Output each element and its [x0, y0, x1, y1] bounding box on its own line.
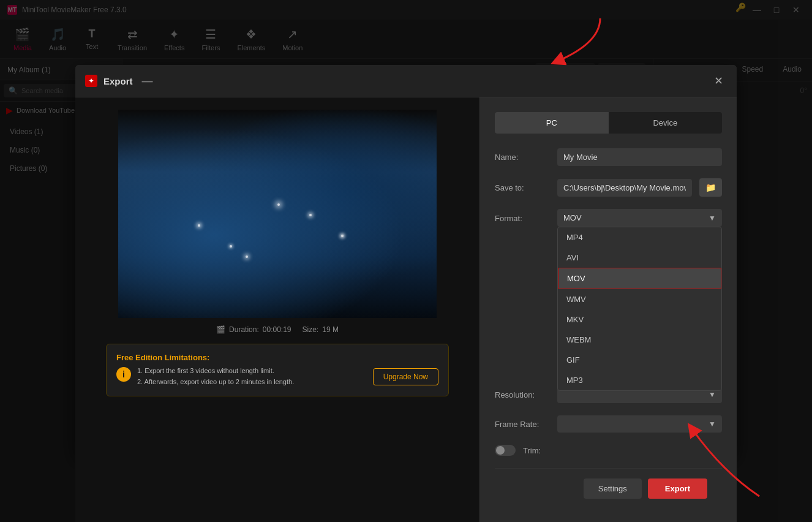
modal-icon: ✦	[85, 75, 97, 87]
resolution-label: Resolution:	[495, 390, 550, 399]
duration-value: 00:00:19	[263, 325, 291, 334]
trim-label: Trim:	[523, 446, 541, 455]
settings-button[interactable]: Settings	[584, 478, 642, 499]
format-option-mp4[interactable]: MP4	[558, 227, 721, 248]
tab-device[interactable]: Device	[609, 112, 723, 134]
trim-toggle-knob	[496, 446, 505, 455]
format-option-mkv[interactable]: MKV	[558, 309, 721, 330]
save-to-label: Save to:	[495, 183, 550, 192]
sparkle-6	[230, 245, 232, 248]
format-label: Format:	[495, 214, 550, 223]
info-icon: i	[116, 367, 131, 382]
format-dropdown-wrapper: MOV ▼ MP4 AVI MOV WMV MKV WEBM GIF MP3	[557, 209, 722, 227]
pc-device-tabs: PC Device	[495, 112, 722, 134]
sparkle-3	[341, 235, 344, 237]
name-row: Name:	[495, 148, 722, 166]
format-row: Format: MOV ▼ MP4 AVI MOV WMV MKV WEBM	[495, 209, 722, 227]
modal-body: 🎬 Duration: 00:00:19 Size: 19 M Free Edi…	[75, 97, 737, 522]
video-water-overlay	[118, 110, 437, 318]
duration-info: 🎬 Duration: 00:00:19 Size: 19 M	[216, 325, 339, 334]
folder-browse-button[interactable]: 📁	[699, 178, 722, 197]
free-edition-lines: 1. Export the first 3 videos without len…	[137, 366, 294, 387]
trim-row: Trim:	[495, 445, 722, 456]
modal-header: ✦ Export — ✕	[75, 65, 737, 97]
film-icon: 🎬	[216, 325, 225, 334]
tab-pc[interactable]: PC	[495, 112, 609, 134]
export-modal: ✦ Export — ✕	[75, 65, 737, 457]
size-label: Size:	[303, 325, 319, 334]
trim-toggle[interactable]	[495, 445, 516, 456]
format-option-gif[interactable]: GIF	[558, 350, 721, 370]
free-edition-title: Free Edition Limitations:	[116, 353, 438, 362]
frame-rate-dropdown: ▼	[557, 415, 722, 433]
frame-rate-row: Frame Rate: ▼	[495, 415, 722, 433]
frame-rate-arrow: ▼	[709, 420, 716, 428]
sparkle-5	[309, 214, 312, 216]
frame-rate-select[interactable]: ▼	[557, 415, 722, 433]
modal-video-preview	[118, 110, 437, 318]
format-option-mov[interactable]: MOV	[558, 268, 721, 289]
format-option-webm[interactable]: WEBM	[558, 330, 721, 350]
modal-footer: Settings Export	[495, 468, 722, 509]
free-edition-line1: 1. Export the first 3 videos without len…	[137, 366, 294, 377]
name-input[interactable]	[557, 148, 722, 166]
format-option-wmv[interactable]: WMV	[558, 289, 721, 309]
free-edition-info: i 1. Export the first 3 videos without l…	[116, 366, 438, 387]
modal-preview-panel: 🎬 Duration: 00:00:19 Size: 19 M Free Edi…	[75, 97, 479, 522]
modal-settings-panel: PC Device Name: Save to: 📁 Format:	[479, 97, 737, 522]
free-edition-line2: 2. Afterwards, export video up to 2 minu…	[137, 377, 294, 388]
modal-overlay: ✦ Export — ✕	[0, 0, 812, 522]
modal-minimize-button[interactable]: —	[139, 72, 156, 89]
size-value: 19 M	[322, 325, 339, 334]
export-button[interactable]: Export	[648, 478, 707, 499]
duration-label: Duration:	[229, 325, 259, 334]
upgrade-button[interactable]: Upgrade Now	[373, 368, 438, 385]
frame-rate-label: Frame Rate:	[495, 420, 550, 429]
name-label: Name:	[495, 153, 550, 162]
modal-title: Export	[103, 76, 133, 86]
format-option-mp3[interactable]: MP3	[558, 370, 721, 390]
format-option-avi[interactable]: AVI	[558, 248, 721, 268]
modal-close-button[interactable]: ✕	[710, 72, 727, 89]
resolution-arrow: ▼	[709, 390, 716, 399]
sparkle-4	[246, 255, 248, 258]
save-to-input[interactable]	[557, 179, 692, 197]
format-dropdown-popup: MP4 AVI MOV WMV MKV WEBM GIF MP3	[557, 227, 722, 391]
save-to-row: Save to: 📁	[495, 178, 722, 197]
format-dropdown-arrow: ▼	[709, 214, 716, 222]
format-selected-value: MOV	[563, 213, 709, 222]
format-select-display[interactable]: MOV ▼	[557, 209, 722, 227]
modal-video-info: 🎬 Duration: 00:00:19 Size: 19 M	[216, 325, 339, 334]
free-edition-box: Free Edition Limitations: i 1. Export th…	[106, 344, 449, 396]
sparkle-1	[198, 224, 200, 227]
sparkle-2	[277, 203, 280, 206]
